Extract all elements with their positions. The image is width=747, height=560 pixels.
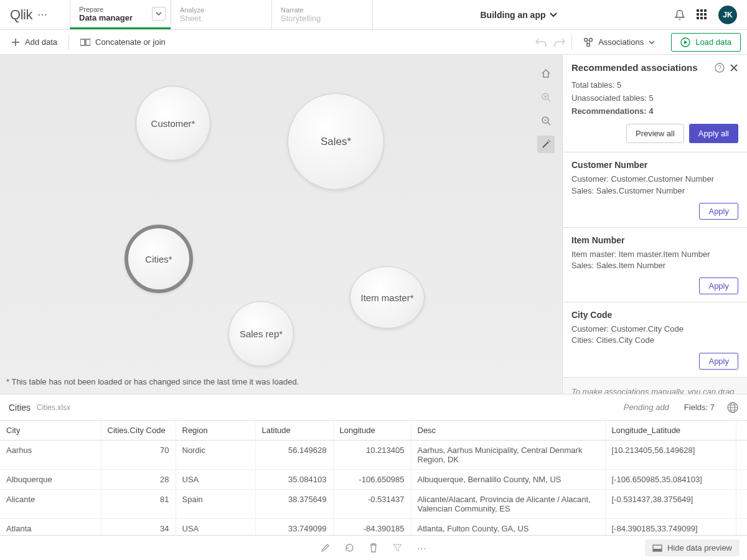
add-data-label: Add data bbox=[25, 37, 57, 47]
table-row[interactable]: Atlanta34USA33.749099-84.390185Atlanta, … bbox=[0, 519, 747, 535]
column-header[interactable]: Latitude bbox=[255, 421, 333, 441]
table-cell: [-106.650985,35.084103] bbox=[605, 470, 736, 490]
hide-preview-label: Hide data preview bbox=[667, 543, 732, 553]
data-preview-table: City Cities.City Code Region Latitude Lo… bbox=[0, 420, 747, 534]
table-cell: -106.650985 bbox=[333, 470, 411, 490]
table-cell: Alicante bbox=[0, 490, 101, 519]
nav-tab-category: Prepare bbox=[79, 6, 162, 13]
table-row[interactable]: Aarhus70Nordic56.14962810.213405Aarhus, … bbox=[0, 441, 747, 470]
table-cell: Atlanta, Fulton County, GA, US bbox=[411, 519, 605, 535]
more-icon[interactable]: ⋯ bbox=[417, 543, 426, 554]
svg-rect-7 bbox=[700, 17, 703, 19]
app-logo: Qlik bbox=[10, 7, 32, 23]
zoom-in-icon[interactable] bbox=[537, 88, 555, 106]
concatenate-icon bbox=[80, 38, 90, 47]
nav-tab-narrate[interactable]: Narrate Storytelling bbox=[271, 0, 372, 29]
svg-rect-9 bbox=[80, 39, 85, 45]
close-icon[interactable] bbox=[730, 63, 738, 72]
reload-icon[interactable] bbox=[345, 543, 354, 553]
column-header[interactable]: Desc bbox=[411, 421, 605, 441]
table-cell: -84.390185 bbox=[333, 519, 411, 535]
zoom-out-icon[interactable] bbox=[537, 112, 555, 129]
table-cell: Alicante/Alacant, Provincia de Alicante … bbox=[411, 490, 605, 519]
table-cell: 56.149628 bbox=[255, 441, 333, 470]
associations-canvas[interactable]: Customer* Sales* Cities* Item master* Sa… bbox=[0, 55, 562, 394]
column-header[interactable]: Region bbox=[176, 421, 255, 441]
table-cell: Albuquerque, Bernalillo County, NM, US bbox=[411, 470, 605, 490]
table-cell: 35.084103 bbox=[255, 470, 333, 490]
apply-button[interactable]: Apply bbox=[699, 278, 738, 294]
svg-point-12 bbox=[590, 38, 593, 41]
app-title: Building an app bbox=[481, 10, 546, 20]
apply-button[interactable]: Apply bbox=[699, 203, 738, 220]
table-row[interactable]: Albuquerque28USA35.084103-106.650985Albu… bbox=[0, 470, 747, 490]
hide-data-preview-button[interactable]: Hide data preview bbox=[645, 539, 740, 556]
concatenate-label: Concatenate or join bbox=[95, 37, 166, 47]
nav-tab-category: Narrate bbox=[281, 6, 364, 14]
play-icon bbox=[680, 37, 690, 47]
recommendation-card: Item Number Item master: Item master.Ite… bbox=[563, 227, 747, 302]
add-data-button[interactable]: Add data bbox=[6, 35, 62, 49]
app-title-dropdown[interactable]: Building an app bbox=[372, 0, 664, 29]
table-bubble-cities[interactable]: Cities* bbox=[125, 225, 193, 293]
table-cell: 81 bbox=[101, 490, 176, 519]
home-icon[interactable] bbox=[537, 65, 555, 82]
table-cell: 33.749099 bbox=[255, 519, 333, 535]
table-cell: Aarhus, Aarhus Municipality, Central Den… bbox=[411, 441, 605, 470]
recommendation-card: Customer Number Customer: Customer.Custo… bbox=[563, 152, 747, 226]
nav-tab-label: Data manager bbox=[79, 13, 162, 22]
globe-icon[interactable] bbox=[727, 402, 738, 413]
undo-icon bbox=[535, 38, 547, 47]
table-cell: Atlanta bbox=[0, 519, 101, 535]
table-bubble-sales[interactable]: Sales* bbox=[288, 93, 384, 190]
svg-rect-8 bbox=[704, 17, 707, 19]
app-more-icon[interactable]: ⋯ bbox=[37, 9, 47, 21]
table-bubble-customer[interactable]: Customer* bbox=[136, 86, 210, 161]
panel-footer-hint: To make associations manually, you can d… bbox=[563, 377, 747, 394]
load-data-button[interactable]: Load data bbox=[671, 33, 741, 52]
column-header[interactable]: Longitude_Latitude bbox=[605, 421, 736, 441]
preview-status: Pending add bbox=[624, 403, 669, 412]
concatenate-button[interactable]: Concatenate or join bbox=[75, 35, 171, 49]
delete-icon[interactable] bbox=[369, 543, 378, 553]
magic-wand-icon[interactable] bbox=[537, 136, 555, 153]
table-cell: [-84.390185,33.749099] bbox=[605, 519, 736, 535]
recommendation-title: Customer Number bbox=[571, 160, 738, 170]
recommendation-title: City Code bbox=[571, 310, 738, 320]
associations-dropdown[interactable]: Associations bbox=[578, 35, 660, 50]
recommendation-card: City Code Customer: Customer.City Code C… bbox=[563, 302, 747, 376]
column-header[interactable]: Longitude bbox=[333, 421, 411, 441]
edit-icon[interactable] bbox=[321, 543, 330, 553]
apply-button[interactable]: Apply bbox=[699, 353, 738, 370]
svg-rect-4 bbox=[700, 13, 703, 16]
nav-tab-prepare[interactable]: Prepare Data manager bbox=[70, 0, 171, 29]
table-cell: 70 bbox=[101, 441, 176, 470]
svg-text:?: ? bbox=[718, 65, 721, 72]
associations-icon bbox=[583, 37, 593, 47]
nav-tab-dropdown-icon[interactable] bbox=[152, 7, 166, 21]
table-cell: 38.375649 bbox=[255, 490, 333, 519]
table-cell: 34 bbox=[101, 519, 176, 535]
nav-tab-analyze[interactable]: Analyze Sheet bbox=[171, 0, 271, 29]
preview-all-button[interactable]: Preview all bbox=[626, 124, 684, 143]
apps-grid-icon[interactable] bbox=[697, 9, 707, 20]
table-row[interactable]: Alicante81Spain38.375649-0.531437Alicant… bbox=[0, 490, 747, 519]
notifications-icon[interactable] bbox=[674, 9, 685, 21]
svg-point-11 bbox=[585, 38, 588, 41]
table-cell: Spain bbox=[176, 490, 255, 519]
table-cell: USA bbox=[176, 519, 255, 535]
table-bubble-sales-rep[interactable]: Sales rep* bbox=[228, 301, 294, 366]
table-cell: -0.531437 bbox=[333, 490, 411, 519]
apply-all-button[interactable]: Apply all bbox=[689, 124, 738, 143]
column-header[interactable]: Cities.City Code bbox=[101, 421, 176, 441]
table-bubble-item-master[interactable]: Item master* bbox=[350, 266, 425, 329]
column-header[interactable]: City bbox=[0, 421, 101, 441]
svg-rect-5 bbox=[704, 13, 707, 16]
help-icon[interactable]: ? bbox=[715, 63, 725, 73]
svg-rect-22 bbox=[653, 549, 662, 551]
filter-icon[interactable] bbox=[393, 543, 402, 553]
svg-rect-6 bbox=[697, 17, 699, 19]
table-cell: 10.213405 bbox=[333, 441, 411, 470]
column-header-empty bbox=[736, 421, 747, 441]
user-avatar[interactable]: JK bbox=[718, 6, 737, 24]
